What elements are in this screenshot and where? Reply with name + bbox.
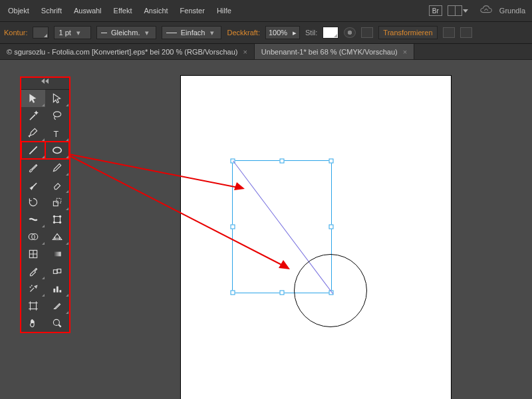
canvas-area[interactable] bbox=[0, 60, 532, 399]
svg-rect-25 bbox=[59, 290, 61, 292]
brush-def-dropdown[interactable]: Einfach▾ bbox=[162, 26, 221, 39]
perspective-grid-tool[interactable] bbox=[45, 228, 69, 245]
type-tool[interactable]: T bbox=[45, 124, 69, 142]
scale-tool[interactable] bbox=[45, 194, 69, 211]
svg-rect-8 bbox=[53, 201, 58, 206]
menu-bar: Objekt Schrift Auswahl Effekt Ansicht Fe… bbox=[0, 0, 532, 21]
eyedropper-tool[interactable] bbox=[21, 263, 45, 280]
slice-tool[interactable] bbox=[45, 297, 69, 315]
svg-text:T: T bbox=[53, 130, 59, 139]
recolor-icon[interactable] bbox=[344, 27, 356, 38]
close-tab-0-icon[interactable]: × bbox=[243, 48, 247, 56]
control-bar: Kontur: 1 pt▾ Gleichm.▾ Einfach▾ Deckkra… bbox=[0, 21, 532, 44]
svg-rect-23 bbox=[53, 289, 55, 293]
lasso-tool[interactable] bbox=[45, 107, 69, 124]
zoom-tool[interactable] bbox=[45, 315, 69, 332]
svg-point-12 bbox=[59, 215, 61, 217]
blob-brush-tool[interactable] bbox=[21, 176, 45, 194]
menu-auswahl[interactable]: Auswahl bbox=[68, 4, 107, 17]
close-tab-1-icon[interactable]: × bbox=[403, 48, 407, 56]
svg-point-14 bbox=[59, 221, 61, 223]
gradient-tool[interactable] bbox=[45, 245, 69, 263]
menu-hilfe[interactable]: Hilfe bbox=[211, 4, 237, 17]
isolate-icon[interactable] bbox=[443, 27, 455, 38]
artboard-tool[interactable] bbox=[21, 297, 45, 315]
arrange-documents-icon[interactable] bbox=[448, 5, 462, 16]
width-tool[interactable] bbox=[21, 211, 45, 228]
document-tab-1[interactable]: Unbenannt-1* bei 68 % (CMYK/Vorschau) × bbox=[255, 44, 414, 59]
transform-button[interactable]: Transformieren bbox=[378, 26, 437, 39]
free-transform-tool[interactable] bbox=[45, 211, 69, 228]
tools-panel: T bbox=[21, 78, 69, 332]
svg-rect-10 bbox=[55, 217, 61, 223]
style-label: Stil: bbox=[305, 29, 317, 37]
line-segment-tool[interactable] bbox=[21, 142, 45, 159]
menu-effekt[interactable]: Effekt bbox=[108, 4, 138, 17]
bridge-icon[interactable]: Br bbox=[429, 5, 442, 16]
svg-rect-20 bbox=[57, 269, 61, 273]
graphic-style-swatch[interactable] bbox=[323, 27, 338, 39]
document-tab-0-label: © sgursozlu - Fotolia.com [Konvertiert].… bbox=[7, 48, 237, 56]
stroke-label[interactable]: Kontur: bbox=[4, 29, 27, 37]
brush-def-value: Einfach bbox=[181, 29, 205, 37]
magic-wand-tool[interactable] bbox=[21, 107, 45, 124]
workspace-label[interactable]: Grundla bbox=[499, 7, 525, 15]
hand-tool[interactable] bbox=[21, 315, 45, 332]
document-tab-0[interactable]: © sgursozlu - Fotolia.com [Konvertiert].… bbox=[0, 44, 255, 59]
paintbrush-tool[interactable] bbox=[21, 159, 45, 176]
eraser-tool[interactable] bbox=[45, 176, 69, 194]
align-icon[interactable] bbox=[460, 27, 472, 38]
svg-point-4 bbox=[53, 112, 61, 117]
svg-line-28 bbox=[59, 325, 61, 327]
column-graph-tool[interactable] bbox=[45, 280, 69, 297]
rotate-tool[interactable] bbox=[21, 194, 45, 211]
opacity-value: 100% bbox=[269, 29, 287, 37]
svg-rect-19 bbox=[53, 270, 57, 274]
svg-rect-24 bbox=[57, 287, 59, 293]
document-tab-1-label: Unbenannt-1* bei 68 % (CMYK/Vorschau) bbox=[261, 48, 398, 56]
ellipse-tool[interactable] bbox=[45, 142, 69, 159]
svg-point-22 bbox=[31, 285, 33, 287]
direct-selection-tool[interactable] bbox=[45, 90, 69, 107]
svg-line-6 bbox=[29, 146, 37, 154]
svg-point-21 bbox=[30, 287, 31, 288]
sync-icon[interactable] bbox=[479, 5, 494, 17]
symbol-sprayer-tool[interactable] bbox=[21, 280, 45, 297]
opacity-field[interactable]: 100%▸ bbox=[265, 26, 300, 39]
ellipse-shape[interactable] bbox=[294, 254, 367, 327]
blend-tool[interactable] bbox=[45, 263, 69, 280]
pen-tool[interactable] bbox=[21, 124, 45, 142]
artboard[interactable] bbox=[181, 76, 451, 399]
svg-rect-18 bbox=[53, 252, 61, 257]
svg-rect-9 bbox=[57, 198, 61, 203]
tools-highlight: T bbox=[20, 76, 70, 333]
tools-collapse-icon[interactable] bbox=[21, 78, 69, 84]
doc-setup-icon[interactable] bbox=[361, 27, 373, 38]
svg-point-11 bbox=[53, 215, 55, 217]
pencil-tool[interactable] bbox=[45, 159, 69, 176]
stroke-weight-dropdown[interactable]: 1 pt▾ bbox=[54, 26, 91, 39]
mesh-tool[interactable] bbox=[21, 245, 45, 263]
svg-point-7 bbox=[53, 148, 61, 154]
shape-builder-tool[interactable] bbox=[21, 228, 45, 245]
svg-rect-26 bbox=[31, 303, 37, 309]
menu-schrift[interactable]: Schrift bbox=[36, 4, 67, 17]
menu-fenster[interactable]: Fenster bbox=[175, 4, 210, 17]
tools-grip[interactable] bbox=[21, 84, 69, 90]
svg-point-13 bbox=[53, 221, 55, 223]
stroke-profile-dropdown[interactable]: Gleichm.▾ bbox=[96, 26, 156, 39]
svg-point-27 bbox=[53, 319, 59, 325]
menu-ansicht[interactable]: Ansicht bbox=[139, 4, 174, 17]
selection-tool[interactable] bbox=[21, 90, 45, 107]
stroke-profile-value: Gleichm. bbox=[111, 29, 140, 37]
opacity-label[interactable]: Deckkraft: bbox=[227, 29, 260, 37]
stroke-color-swatch[interactable] bbox=[33, 27, 49, 39]
document-tabstrip: © sgursozlu - Fotolia.com [Konvertiert].… bbox=[0, 44, 532, 60]
menu-objekt[interactable]: Objekt bbox=[3, 4, 35, 17]
stroke-weight-value: 1 pt bbox=[59, 29, 70, 37]
